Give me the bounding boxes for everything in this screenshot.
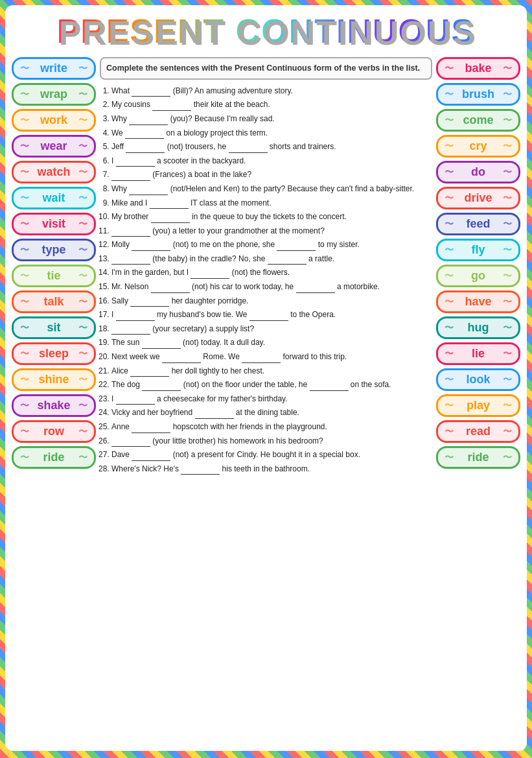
curl-right: 〜: [78, 270, 87, 282]
word-tag-feed: 〜feed〜: [436, 213, 520, 235]
exercise-item: Anne hopscotch with her friends in the p…: [111, 421, 432, 433]
exercise-item: Jeff (not) trousers, he shorts and train…: [111, 141, 432, 153]
word-label: tie: [29, 269, 78, 283]
word-tag-write: 〜write〜: [12, 57, 96, 80]
exercise-item: Why (not/Helen and Ken) to the party? Be…: [111, 183, 432, 195]
curl-right: 〜: [503, 141, 512, 152]
word-tag-talk: 〜talk〜: [12, 290, 96, 313]
word-tag-sit: 〜sit〜: [12, 316, 96, 339]
word-tag-do: 〜do〜: [436, 161, 520, 184]
curl-left: 〜: [20, 400, 29, 412]
word-label: work: [29, 113, 78, 127]
curl-right: 〜: [503, 219, 512, 230]
exercises-list: What (Bill)? An amusing adventure story.…: [100, 85, 432, 475]
main-container: PRESENT CONTINUOUS 〜write〜〜wrap〜〜work〜〜w…: [5, 5, 527, 751]
left-word-list: 〜write〜〜wrap〜〜work〜〜wear〜〜watch〜〜wait〜〜v…: [12, 57, 96, 477]
curl-left: 〜: [20, 63, 29, 75]
curl-left: 〜: [445, 115, 454, 126]
word-tag-sleep: 〜sleep〜: [12, 342, 96, 365]
word-label: shine: [29, 373, 78, 386]
exercise-item: Dave (not) a present for Cindy. He bough…: [111, 449, 432, 461]
curl-right: 〜: [78, 89, 87, 101]
word-label: feed: [454, 217, 503, 231]
curl-right: 〜: [78, 452, 87, 464]
exercise-item: I a scooter in the backyard.: [111, 155, 432, 167]
curl-right: 〜: [503, 167, 512, 178]
curl-left: 〜: [445, 400, 454, 412]
curl-left: 〜: [445, 167, 454, 178]
curl-right: 〜: [503, 426, 512, 438]
exercise-item: Vicky and her boyfriend at the dining ta…: [111, 407, 432, 419]
word-tag-wrap: 〜wrap〜: [12, 83, 96, 106]
word-label: cry: [454, 139, 503, 153]
curl-right: 〜: [78, 374, 87, 386]
word-label: ride: [29, 451, 78, 464]
word-label: go: [454, 269, 503, 283]
word-label: talk: [29, 295, 78, 309]
exercise-item: I'm in the garden, but I (not) the flowe…: [111, 266, 432, 279]
curl-right: 〜: [78, 426, 87, 438]
word-tag-type: 〜type〜: [12, 239, 96, 261]
exercise-item: Alice her doll tightly to her chest.: [111, 365, 432, 377]
instruction-box: Complete the sentences with the Present …: [100, 57, 432, 80]
curl-right: 〜: [503, 63, 512, 75]
word-tag-fly: 〜fly〜: [436, 239, 520, 261]
curl-left: 〜: [20, 244, 29, 256]
word-label: wrap: [29, 88, 78, 101]
exercise-item: (your little brother) his homework in hi…: [111, 435, 432, 447]
word-tag-shake: 〜shake〜: [12, 394, 96, 417]
exercise-item: (you) a letter to your grandmother at th…: [111, 225, 432, 237]
right-word-list: 〜bake〜〜brush〜〜come〜〜cry〜〜do〜〜drive〜〜feed…: [436, 57, 520, 477]
word-tag-drive: 〜drive〜: [436, 187, 520, 209]
word-tag-hug: 〜hug〜: [436, 316, 520, 339]
curl-left: 〜: [445, 374, 454, 386]
word-tag-lie: 〜lie〜: [436, 342, 520, 365]
word-label: fly: [454, 243, 503, 257]
curl-left: 〜: [20, 270, 29, 282]
word-label: shake: [29, 399, 78, 412]
word-tag-work: 〜work〜: [12, 109, 96, 132]
curl-left: 〜: [20, 193, 29, 204]
curl-right: 〜: [503, 244, 512, 256]
word-label: bake: [454, 62, 503, 75]
curl-right: 〜: [503, 115, 512, 126]
curl-right: 〜: [78, 167, 87, 178]
curl-right: 〜: [503, 89, 512, 101]
curl-right: 〜: [78, 348, 87, 360]
word-tag-row: 〜row〜: [12, 420, 96, 443]
middle-column: Complete the sentences with the Present …: [100, 57, 432, 477]
word-label: row: [29, 425, 78, 438]
curl-right: 〜: [503, 296, 512, 308]
page-title: PRESENT CONTINUOUS: [12, 12, 520, 51]
word-tag-wait: 〜wait〜: [12, 187, 96, 209]
word-tag-visit: 〜visit〜: [12, 213, 96, 235]
curl-left: 〜: [20, 115, 29, 126]
curl-right: 〜: [503, 322, 512, 334]
word-tag-wear: 〜wear〜: [12, 135, 96, 158]
curl-left: 〜: [20, 89, 29, 101]
curl-left: 〜: [445, 348, 454, 360]
word-label: have: [454, 295, 503, 309]
exercise-item: The dog (not) on the floor under the tab…: [111, 379, 432, 391]
curl-right: 〜: [78, 296, 87, 308]
curl-left: 〜: [445, 141, 454, 152]
curl-left: 〜: [20, 348, 29, 360]
word-tag-shine: 〜shine〜: [12, 368, 96, 391]
curl-right: 〜: [78, 322, 87, 334]
curl-left: 〜: [20, 322, 29, 334]
word-tag-watch: 〜watch〜: [12, 161, 96, 184]
word-label: wear: [29, 139, 78, 153]
curl-left: 〜: [445, 244, 454, 256]
word-label: drive: [454, 191, 503, 205]
word-tag-go: 〜go〜: [436, 265, 520, 287]
curl-left: 〜: [20, 374, 29, 386]
word-tag-ride: 〜ride〜: [12, 446, 96, 469]
curl-right: 〜: [503, 374, 512, 386]
curl-right: 〜: [503, 400, 512, 412]
word-tag-look: 〜look〜: [436, 368, 520, 391]
word-label: write: [29, 62, 78, 75]
exercise-item: Where's Nick? He's his teeth in the bath…: [111, 463, 432, 475]
word-label: play: [454, 399, 503, 412]
curl-left: 〜: [20, 167, 29, 178]
exercise-item: My brother in the queue to buy the ticke…: [111, 211, 432, 223]
